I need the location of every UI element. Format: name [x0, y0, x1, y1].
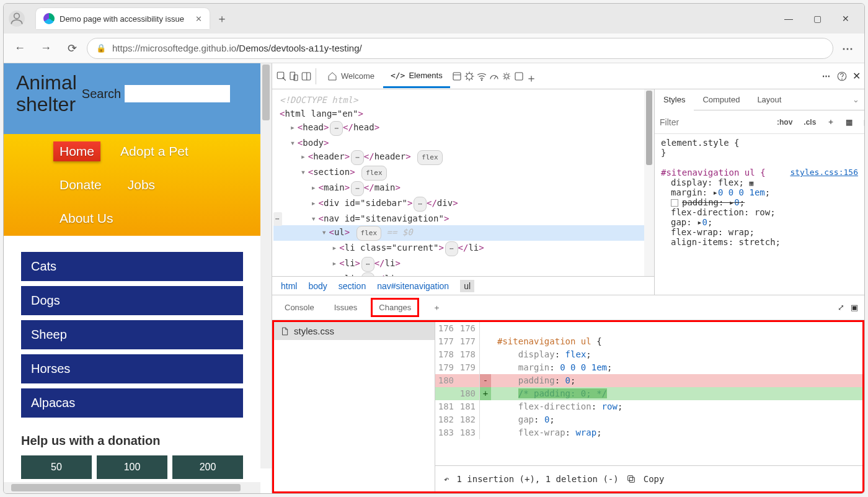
styles-tab-computed[interactable]: Computed [694, 90, 748, 109]
profile-avatar[interactable] [9, 11, 25, 27]
changed-file[interactable]: styles.css [274, 322, 435, 340]
rule-link[interactable]: styles.css:156 [790, 168, 858, 177]
animal-cats[interactable]: Cats [21, 252, 243, 281]
dom-scrollbar[interactable] [644, 89, 654, 276]
drawer-tab-issues[interactable]: Issues [328, 298, 364, 317]
new-style-rule-icon[interactable]: ＋ [825, 115, 837, 128]
drawer-tab-changes[interactable]: Changes [371, 298, 419, 317]
revert-icon[interactable]: ↶ [444, 474, 449, 484]
nav-adopt[interactable]: Adopt a Pet [114, 141, 195, 161]
search-input[interactable] [125, 85, 230, 102]
amount-50[interactable]: 50 [21, 455, 92, 479]
window-close-button[interactable]: ✕ [832, 9, 859, 29]
dom-breadcrumbs[interactable]: html body section nav#sitenavigation ul [272, 276, 654, 295]
animal-horses[interactable]: Horses [21, 354, 243, 383]
styles-tab-styles[interactable]: Styles [655, 90, 694, 110]
svg-point-7 [481, 79, 482, 81]
nav-about[interactable]: About Us [53, 208, 119, 228]
svg-rect-13 [627, 475, 632, 480]
svg-rect-4 [302, 73, 311, 80]
nav-donate[interactable]: Donate [53, 175, 108, 195]
crumb-ul[interactable]: ul [460, 280, 474, 292]
crumb-section[interactable]: section [339, 281, 366, 291]
device-emulation-icon[interactable] [288, 71, 299, 82]
svg-rect-12 [629, 477, 634, 482]
edge-icon [43, 13, 55, 24]
browser-toolbar: ← → ⟳ 🔒 https://microsoftedge.github.io/… [4, 34, 864, 63]
window-minimize-button[interactable]: ― [775, 9, 802, 29]
crumb-html[interactable]: html [281, 281, 297, 291]
devtools: Welcome </>Elements ＋ ⋯ ✕ <!DOCTYPE html… [272, 63, 864, 493]
tab-close-icon[interactable]: ✕ [195, 14, 202, 24]
crumb-body[interactable]: body [308, 281, 327, 291]
svg-rect-5 [453, 73, 461, 80]
tab-welcome[interactable]: Welcome [320, 65, 382, 87]
animal-alpacas[interactable]: Alpacas [21, 388, 243, 418]
diff-summary: 1 insertion (+), 1 deletion (-) [456, 474, 618, 484]
hov-toggle[interactable]: :hov [774, 117, 795, 128]
application-icon[interactable] [513, 71, 525, 82]
animal-list: Cats Dogs Sheep Horses Alpacas [4, 236, 260, 434]
cls-toggle[interactable]: .cls [801, 117, 818, 128]
tab-elements[interactable]: </>Elements [383, 65, 450, 88]
amount-100[interactable]: 100 [97, 455, 167, 479]
window-maximize-button[interactable]: ▢ [804, 9, 831, 29]
drawer-tab-console[interactable]: Console [278, 298, 321, 317]
devtools-close-button[interactable]: ✕ [852, 70, 861, 82]
paint-icon[interactable]: ▦ [843, 117, 855, 128]
diff-view[interactable]: 176176177177#sitenavigation ul {178178 d… [435, 322, 862, 491]
url-host: https://microsoftedge.github.io [112, 43, 236, 53]
css-rules[interactable]: element.style { } #sitenavigation ul {st… [655, 134, 864, 295]
devtools-drawer: Console Issues Changes ＋ ⤢ ▣ styles.css [272, 295, 864, 493]
dock-icon[interactable] [301, 71, 312, 82]
sources-icon[interactable] [451, 71, 463, 82]
amount-200[interactable]: 200 [172, 455, 243, 479]
devtools-top-toolbar: Welcome </>Elements ＋ ⋯ ✕ [272, 63, 864, 89]
new-tab-button[interactable]: ＋ [213, 8, 231, 29]
styles-filter-input[interactable] [660, 117, 768, 127]
inspect-icon[interactable] [276, 71, 287, 82]
back-button[interactable]: ← [9, 37, 31, 60]
prop-checkbox[interactable] [671, 199, 678, 207]
page-horizontal-scrollbar[interactable] [4, 482, 260, 493]
devtools-menu-button[interactable]: ⋯ [822, 71, 831, 81]
styles-tab-layout[interactable]: Layout [748, 90, 790, 109]
browser-menu-button[interactable]: ⋯ [837, 37, 859, 60]
changes-file-list[interactable]: styles.css [274, 322, 435, 491]
svg-point-11 [842, 79, 843, 79]
crumb-nav[interactable]: nav#sitenavigation [377, 281, 449, 291]
styles-tabs-more-icon[interactable]: ⌄ [852, 95, 864, 104]
toggle-icon[interactable]: ▣ [861, 117, 864, 128]
forward-button[interactable]: → [35, 37, 57, 60]
address-bar[interactable]: 🔒 https://microsoftedge.github.io/Demos/… [87, 38, 833, 59]
copy-button[interactable]: Copy [644, 474, 665, 484]
search-label: Search [82, 87, 121, 101]
bug-icon[interactable] [464, 71, 475, 82]
add-panel-icon[interactable]: ＋ [526, 71, 537, 82]
browser-tab[interactable]: Demo page with accessibility issue ✕ [36, 8, 210, 29]
refresh-button[interactable]: ⟳ [61, 37, 83, 60]
page-vertical-scrollbar[interactable] [260, 63, 272, 468]
donation-heading: Help us with a donation [21, 434, 243, 448]
tab-title: Demo page with accessibility issue [60, 14, 184, 24]
copy-icon[interactable] [626, 474, 636, 484]
drawer-dock-icon[interactable]: ▣ [851, 303, 858, 312]
nav-jobs[interactable]: Jobs [122, 175, 161, 195]
memory-icon[interactable] [501, 71, 512, 82]
animal-dogs[interactable]: Dogs [21, 286, 243, 315]
performance-icon[interactable] [489, 71, 500, 82]
animal-sheep[interactable]: Sheep [21, 320, 243, 349]
site-title-2: shelter [16, 93, 76, 115]
site-title-1: Animal [16, 71, 77, 94]
svg-rect-9 [515, 73, 523, 80]
nav-home[interactable]: Home [53, 141, 100, 161]
drawer-add-icon[interactable]: ＋ [427, 297, 447, 318]
site-nav: Home Adopt a Pet Donate Jobs About Us [4, 134, 260, 236]
network-icon[interactable] [476, 71, 487, 82]
browser-titlebar: Demo page with accessibility issue ✕ ＋ ―… [4, 4, 864, 34]
dom-tree[interactable]: <!DOCTYPE html> <html lang="en"> ▸<head>… [272, 89, 654, 276]
help-icon[interactable] [836, 71, 848, 82]
url-path: /Demos/devtools-a11y-testing/ [236, 43, 362, 53]
rendered-page: Animalshelter Search Home Adopt a Pet Do… [4, 63, 272, 493]
drawer-expand-icon[interactable]: ⤢ [838, 303, 844, 312]
